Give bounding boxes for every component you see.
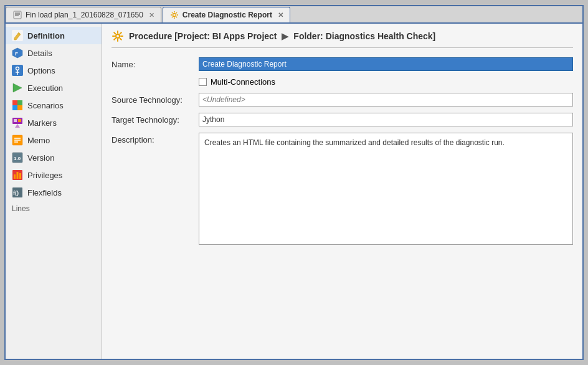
play-icon	[12, 82, 23, 93]
version-icon: 1.0	[12, 152, 23, 163]
svg-rect-15	[12, 100, 17, 105]
sidebar-item-details[interactable]: F Details	[6, 44, 102, 62]
sidebar-item-flexfields-label: Flexfields	[27, 188, 62, 197]
svg-rect-16	[17, 100, 22, 105]
name-label: Name:	[111, 60, 199, 69]
svg-rect-32	[19, 173, 21, 179]
details-icon: F	[12, 47, 23, 59]
description-label: Description:	[111, 133, 199, 145]
sidebar-item-options-label: Options	[27, 66, 55, 75]
tab-bar: Fin load plan_1_20160828_071650 ✕ Create…	[6, 6, 582, 24]
privileges-icon	[12, 169, 23, 181]
sidebar-item-flexfields[interactable]: f() Flexfields	[6, 184, 102, 201]
multi-connections-row: Multi-Connections	[199, 77, 573, 87]
scenarios-icon	[12, 100, 23, 111]
description-row: Description: Creates an HTML file contai…	[111, 133, 573, 245]
description-area[interactable]: Creates an HTML file containing the summ…	[199, 133, 573, 245]
svg-rect-31	[17, 172, 19, 179]
sidebar-item-definition[interactable]: Definition	[6, 27, 102, 44]
tab-diagnostic[interactable]: Create Diagnostic Report ✕	[163, 7, 290, 22]
options-icon	[12, 65, 23, 76]
svg-text:1.0: 1.0	[14, 156, 21, 161]
sidebar-item-details-label: Details	[27, 49, 52, 58]
sidebar-item-markers-label: Markers	[27, 118, 57, 128]
multi-connections-checkbox[interactable]	[199, 78, 207, 86]
svg-rect-20	[14, 119, 17, 122]
sidebar-item-execution[interactable]: Execution	[6, 79, 102, 97]
memo-icon	[12, 135, 23, 146]
source-technology-row: Source Technology:	[111, 93, 573, 107]
svg-rect-18	[17, 105, 22, 110]
sidebar-item-privileges-label: Privileges	[27, 171, 62, 180]
description-text: Creates an HTML file containing the summ…	[204, 138, 505, 147]
sidebar-item-version[interactable]: 1.0 Version	[6, 149, 102, 166]
right-panel: Procedure [Project: BI Apps Project ▶ Fo…	[102, 24, 582, 359]
panel-gear-icon	[111, 30, 124, 42]
sidebar-item-scenarios[interactable]: Scenarios	[6, 97, 102, 114]
sidebar-item-definition-label: Definition	[27, 31, 65, 40]
source-technology-input[interactable]	[199, 93, 573, 107]
tab-finload-label: Fin load plan_1_20160828_071650	[26, 11, 143, 19]
sidebar-item-memo[interactable]: Memo	[6, 131, 102, 149]
target-technology-row: Target Technology:	[111, 113, 573, 126]
lines-text: Lines	[12, 204, 30, 213]
name-input[interactable]	[199, 57, 573, 71]
tab-gear-icon	[169, 10, 179, 20]
tab-diagnostic-close[interactable]: ✕	[278, 11, 283, 19]
tab-finload[interactable]: Fin load plan_1_20160828_071650 ✕	[6, 7, 161, 22]
tab-finload-close[interactable]: ✕	[149, 11, 154, 19]
sidebar-item-scenarios-label: Scenarios	[27, 101, 64, 110]
svg-rect-30	[14, 174, 16, 179]
panel-title-text: Procedure [Project: BI Apps Project ▶ Fo…	[129, 31, 435, 41]
source-technology-label: Source Technology:	[111, 95, 199, 105]
markers-icon	[12, 117, 23, 128]
panel-title: Procedure [Project: BI Apps Project ▶ Fo…	[111, 30, 573, 48]
pencil-icon	[12, 30, 23, 41]
tab-diagnostic-label: Create Diagnostic Report	[183, 11, 272, 19]
svg-text:f(): f()	[13, 190, 19, 196]
sidebar-lines-label: Lines	[6, 201, 102, 216]
main-window: Fin load plan_1_20160828_071650 ✕ Create…	[4, 5, 584, 360]
sidebar-item-version-label: Version	[27, 153, 54, 163]
svg-text:F: F	[15, 51, 18, 57]
sidebar-item-execution-label: Execution	[27, 83, 63, 93]
document-icon	[12, 10, 22, 20]
svg-point-35	[116, 34, 120, 38]
svg-rect-21	[18, 119, 21, 122]
multi-connections-label: Multi-Connections	[211, 77, 275, 87]
svg-point-4	[173, 14, 176, 17]
sidebar-item-markers[interactable]: Markers	[6, 114, 102, 131]
target-technology-input[interactable]	[199, 113, 573, 126]
sidebar-item-memo-label: Memo	[27, 136, 50, 145]
flexfields-icon: f()	[12, 187, 23, 198]
name-row: Name:	[111, 57, 573, 71]
target-technology-label: Target Technology:	[111, 115, 199, 125]
main-content: Definition F Details	[6, 24, 582, 359]
sidebar-item-options[interactable]: Options	[6, 62, 102, 79]
svg-marker-13	[13, 83, 22, 92]
svg-rect-17	[12, 105, 17, 110]
sidebar: Definition F Details	[6, 24, 102, 359]
sidebar-item-privileges[interactable]: Privileges	[6, 166, 102, 184]
svg-rect-0	[14, 11, 21, 19]
svg-marker-22	[15, 124, 20, 128]
